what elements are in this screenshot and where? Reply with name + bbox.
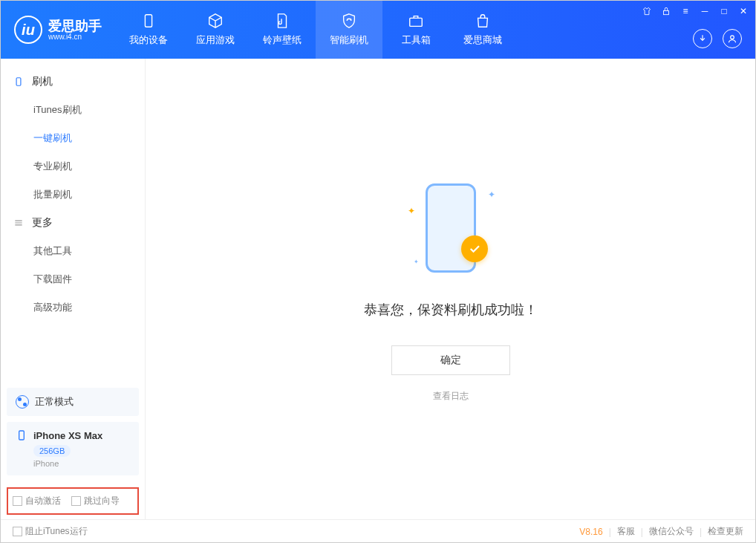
svg-rect-4 <box>16 78 21 86</box>
main-content: ✦ ✦ ✦ 恭喜您，保资料刷机成功啦！ 确定 查看日志 <box>146 59 755 519</box>
checkbox-auto-activate[interactable]: 自动激活 <box>13 495 61 507</box>
sparkle-icon: ✦ <box>408 206 415 216</box>
checkbox-row-highlight: 自动激活 跳过向导 <box>7 487 139 515</box>
sidebar-item-other-tools[interactable]: 其他工具 <box>1 237 145 265</box>
mode-card[interactable]: 正常模式 <box>7 388 139 416</box>
logo-icon: iu <box>14 16 42 44</box>
sidebar-group-more: 更多 <box>1 209 145 237</box>
check-badge-icon <box>461 235 488 262</box>
phone-icon <box>140 13 157 29</box>
success-message: 恭喜您，保资料刷机成功啦！ <box>364 301 538 319</box>
sparkle-icon: ✦ <box>414 259 419 265</box>
link-check-update[interactable]: 检查更新 <box>708 525 743 538</box>
close-button[interactable]: ✕ <box>737 5 749 17</box>
success-illustration: ✦ ✦ ✦ <box>399 176 503 280</box>
version-label: V8.16 <box>579 527 602 537</box>
tab-store[interactable]: 爱思商城 <box>449 1 516 59</box>
checkbox-stop-itunes[interactable]: 阻止iTunes运行 <box>13 525 88 538</box>
shirt-icon[interactable] <box>641 5 653 17</box>
app-title: 爱思助手 <box>48 19 102 33</box>
svg-rect-1 <box>410 18 423 26</box>
sidebar-item-itunes-flash[interactable]: iTunes刷机 <box>1 96 145 124</box>
window-controls: ≡ ─ □ ✕ <box>641 5 749 17</box>
device-card[interactable]: iPhone XS Max 256GB iPhone <box>7 422 139 475</box>
menu-icon[interactable]: ≡ <box>680 5 691 17</box>
maximize-button[interactable]: □ <box>718 5 730 17</box>
device-type: iPhone <box>33 459 130 468</box>
header-tabs: 我的设备 应用游戏 铃声壁纸 智能刷机 工具箱 爱思商城 <box>115 1 516 59</box>
header-action-icons <box>693 29 742 48</box>
checkbox-box-icon <box>71 496 81 506</box>
tab-ringtone-wallpaper[interactable]: 铃声壁纸 <box>249 1 316 59</box>
tab-apps-games[interactable]: 应用游戏 <box>182 1 249 59</box>
download-button[interactable] <box>693 29 712 48</box>
checkbox-box-icon <box>13 527 22 536</box>
app-url: www.i4.cn <box>48 33 102 41</box>
sparkle-icon: ✦ <box>488 189 495 200</box>
app-logo: iu 爱思助手 www.i4.cn <box>1 16 115 44</box>
briefcase-icon <box>408 13 424 29</box>
sidebar-item-onekey-flash[interactable]: 一键刷机 <box>1 124 145 152</box>
sidebar-item-batch-flash[interactable]: 批量刷机 <box>1 181 145 209</box>
device-name: iPhone XS Max <box>33 430 102 441</box>
cube-icon <box>207 13 224 29</box>
mode-icon <box>16 395 29 409</box>
sidebar-group-flash: 刷机 <box>1 68 145 96</box>
link-wechat[interactable]: 微信公众号 <box>649 525 694 538</box>
shield-refresh-icon <box>341 13 357 29</box>
app-header: iu 爱思助手 www.i4.cn 我的设备 应用游戏 铃声壁纸 智能刷机 工具… <box>1 1 755 59</box>
sidebar-item-download-firmware[interactable]: 下载固件 <box>1 265 145 293</box>
svg-rect-5 <box>19 431 25 440</box>
sidebar: 刷机 iTunes刷机 一键刷机 专业刷机 批量刷机 更多 其他工具 下载固件 … <box>1 59 146 519</box>
music-file-icon <box>274 13 290 29</box>
mode-label: 正常模式 <box>35 395 74 409</box>
phone-outline-icon <box>13 76 25 88</box>
ok-button[interactable]: 确定 <box>391 345 510 375</box>
device-capacity: 256GB <box>33 445 71 457</box>
device-icon <box>16 429 27 441</box>
tab-smart-flash[interactable]: 智能刷机 <box>316 1 382 59</box>
svg-rect-0 <box>145 15 151 27</box>
svg-point-3 <box>731 36 734 39</box>
checkbox-box-icon <box>13 496 22 506</box>
list-icon <box>13 217 25 229</box>
tab-my-device[interactable]: 我的设备 <box>115 1 182 59</box>
sidebar-item-pro-flash[interactable]: 专业刷机 <box>1 152 145 181</box>
status-bar: 阻止iTunes运行 V8.16 | 客服 | 微信公众号 | 检查更新 <box>1 519 755 543</box>
shopping-bag-icon <box>475 13 491 29</box>
tab-toolbox[interactable]: 工具箱 <box>382 1 449 59</box>
svg-rect-2 <box>664 10 669 14</box>
minimize-button[interactable]: ─ <box>699 5 711 17</box>
link-support[interactable]: 客服 <box>617 525 635 538</box>
lock-icon[interactable] <box>660 5 672 17</box>
sidebar-item-advanced[interactable]: 高级功能 <box>1 293 145 322</box>
checkbox-skip-guide[interactable]: 跳过向导 <box>71 495 120 507</box>
user-button[interactable] <box>723 29 742 48</box>
view-log-link[interactable]: 查看日志 <box>433 390 469 403</box>
